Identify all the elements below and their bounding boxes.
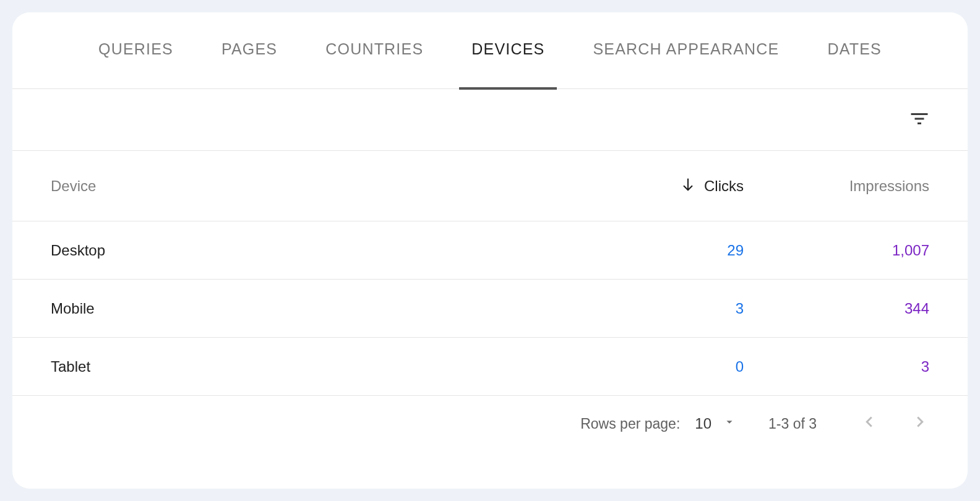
tab-pages[interactable]: PAGES — [209, 12, 290, 89]
column-header-clicks-label: Clicks — [704, 178, 744, 195]
tab-countries[interactable]: COUNTRIES — [313, 12, 436, 89]
rows-per-page-label: Rows per page: — [580, 416, 680, 432]
arrow-down-icon — [679, 176, 697, 197]
dropdown-arrow-icon — [723, 415, 736, 432]
prev-page-button[interactable] — [860, 413, 879, 435]
performance-card: QUERIES PAGES COUNTRIES DEVICES SEARCH A… — [12, 12, 968, 489]
filter-bar — [12, 89, 968, 151]
column-header-device[interactable]: Device — [51, 178, 595, 195]
rows-per-page-select[interactable]: 10 — [695, 415, 736, 432]
tab-queries[interactable]: QUERIES — [86, 12, 186, 89]
cell-device: Desktop — [51, 242, 595, 259]
cell-impressions: 1,007 — [744, 242, 929, 259]
table-row[interactable]: Mobile 3 344 — [12, 280, 968, 338]
column-header-impressions[interactable]: Impressions — [744, 178, 929, 195]
tab-search-appearance[interactable]: SEARCH APPEARANCE — [580, 12, 791, 89]
cell-clicks: 0 — [595, 358, 744, 375]
cell-device: Tablet — [51, 358, 595, 375]
cell-clicks: 29 — [595, 242, 744, 259]
cell-device: Mobile — [51, 300, 595, 317]
table-header-row: Device Clicks Impressions — [12, 151, 968, 221]
column-header-clicks[interactable]: Clicks — [595, 176, 744, 197]
cell-impressions: 3 — [744, 358, 929, 375]
cell-clicks: 3 — [595, 300, 744, 317]
rows-per-page-value: 10 — [695, 415, 711, 432]
next-page-button[interactable] — [911, 413, 929, 435]
page-range: 1-3 of 3 — [762, 416, 823, 432]
tab-bar: QUERIES PAGES COUNTRIES DEVICES SEARCH A… — [12, 12, 968, 89]
filter-list-icon[interactable] — [908, 108, 931, 132]
pagination-bar: Rows per page: 10 1-3 of 3 — [12, 396, 968, 452]
tab-dates[interactable]: DATES — [815, 12, 894, 89]
pagination-nav — [860, 413, 929, 435]
rows-per-page: Rows per page: 10 — [580, 415, 736, 432]
cell-impressions: 344 — [744, 300, 929, 317]
table-row[interactable]: Desktop 29 1,007 — [12, 221, 968, 280]
tab-devices[interactable]: DEVICES — [459, 12, 557, 89]
table-row[interactable]: Tablet 0 3 — [12, 338, 968, 396]
